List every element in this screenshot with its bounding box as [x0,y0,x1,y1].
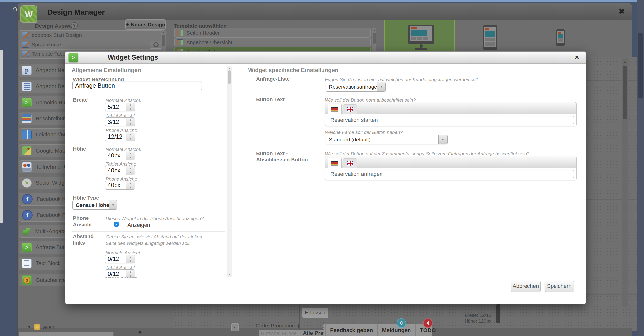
abstand-normal-spinner[interactable]: 0/12 ▲ ▼ [105,255,135,263]
breite-tablet-value[interactable]: 3/12 [105,118,126,126]
page-scrollbar[interactable] [636,0,644,336]
dropdown-arrow-icon[interactable]: ▼ [109,200,117,209]
phone-ansicht-hint: Dieses Widget in der Phone Ansicht anzei… [106,215,204,222]
canvas-right-scrollbar[interactable]: ▲ [622,59,628,307]
design-list-item[interactable]: Sprachkurse [19,40,165,49]
british-flag-icon [346,161,354,166]
anfrage-liste-label: Anfrage-Liste [256,76,290,82]
german-flag-tab[interactable] [328,104,342,114]
new-design-button[interactable]: + Neues Design [126,19,166,30]
english-flag-tab[interactable] [343,159,357,168]
spinner-down-icon[interactable]: ▼ [126,170,134,174]
toolbar-grip-handle[interactable] [323,324,326,336]
tree-dropdown-arrow-icon[interactable]: ▼ [231,323,239,331]
breite-normal-spinner[interactable]: 5/12 ▲ ▼ [105,103,135,111]
abstand-normal-value[interactable]: 0/12 [105,255,126,263]
design-list-item[interactable]: edoobox Start Design [19,30,165,40]
modal-left-scroll-area[interactable]: Allgemeine Einstellungen Widget Bezeichn… [66,51,236,278]
scroll-up-icon[interactable]: ▲ [372,29,376,32]
cubes-icon [22,227,31,236]
german-flag-icon [331,107,338,112]
breite-phone-spinner[interactable]: 12/12 ▲ ▼ [105,132,135,141]
button-text-input[interactable] [328,116,574,124]
design-settings-button[interactable] [150,41,162,48]
scrollbar-thumb[interactable] [162,35,165,46]
expand-arrow-icon[interactable]: ▶ [138,329,142,335]
spinner-down-icon[interactable]: ▼ [126,107,134,111]
scroll-up-icon[interactable]: ▲ [161,31,166,34]
dropdown-arrow-icon[interactable]: ▼ [438,135,448,144]
scrollbar-thumb[interactable] [623,66,627,119]
spinner-up-icon[interactable]: ▲ [126,151,134,156]
cancel-button[interactable]: Abbrechen [511,281,541,292]
hoehe-phone-spinner[interactable]: 40px ▲ ▼ [105,181,135,190]
facebook-icon: f [22,194,33,204]
modal-green-chevron-icon: > [68,53,78,62]
modal-close-icon[interactable]: × [575,53,579,61]
spinner-down-icon[interactable]: ▼ [126,156,134,160]
scrollbar-thumb[interactable] [372,33,376,44]
english-flag-tab[interactable] [343,105,357,114]
modal-left-scrollbar[interactable]: ▲ ▼ [227,66,232,277]
bottom-scrollbar[interactable] [19,332,114,336]
spinner-up-icon[interactable]: ▲ [126,103,134,107]
scrollbar-thumb[interactable] [228,70,230,84]
template-icon [177,39,184,45]
map-pin-icon [27,148,30,150]
canvas-scrollbar-thumb[interactable] [496,304,500,323]
tree-item-wien[interactable]: Wien [42,324,54,330]
help-icon[interactable]: ? [71,22,78,29]
meldungen-button[interactable]: Meldungen [377,324,415,336]
home-icon[interactable]: ⌂ [12,4,17,13]
farbe-dropdown[interactable]: Standard (default) ▼ [326,135,448,144]
window-close-icon[interactable]: ✖ [619,7,625,15]
spinner-up-icon[interactable]: ▲ [126,166,134,170]
template-list-item[interactable]: Angebote Übersicht [174,38,370,47]
spinner-up-icon[interactable]: ▲ [126,255,134,259]
dropdown-arrow-icon[interactable]: ▼ [377,82,386,91]
scroll-down-icon[interactable]: ▼ [227,273,232,276]
hoehe-tablet-spinner[interactable]: 40px ▲ ▼ [105,166,135,175]
german-flag-tab[interactable] [328,158,342,168]
design-item-label: Template Tabelle [32,51,71,57]
spinner-up-icon[interactable]: ▲ [126,181,134,185]
divider [254,94,576,94]
page-left-strip [0,49,3,223]
breite-phone-value[interactable]: 12/12 [105,133,126,141]
feedback-button[interactable]: Feedback geben [326,324,377,336]
scroll-up-icon[interactable]: ▲ [227,67,232,70]
preview-tablet-tile[interactable] [455,19,525,55]
hoehe-phone-value[interactable]: 40px [105,181,126,189]
dollar-icon: $ [23,277,30,284]
anzeigen-checkbox[interactable]: ✓ [114,222,119,227]
save-button[interactable]: Speichern [544,281,574,292]
page-scrollbar-thumb[interactable] [638,33,643,98]
hoehe-normal-spinner[interactable]: 40px ▲ ▼ [105,151,135,160]
breite-normal-value[interactable]: 5/12 [105,103,126,111]
hoehe-normal-value[interactable]: 40px [105,151,126,160]
desktop-preview-icon [408,24,434,44]
spinner-buttons: ▲ ▼ [126,255,134,263]
scroll-up-icon[interactable]: ▲ [622,60,628,63]
language-tab-strip [325,156,576,168]
spinner-down-icon[interactable]: ▼ [126,259,134,263]
erfassen-button[interactable]: Erfassen [302,308,328,318]
anfrage-liste-dropdown[interactable]: Reservationsanfrage ▼ [326,82,386,92]
plus-icon: + [126,21,129,27]
spinner-up-icon[interactable]: ▲ [126,118,134,122]
phone-ansicht-label: Phone Ansicht [73,215,98,228]
spinner-up-icon[interactable]: ▲ [126,133,134,137]
spinner-down-icon[interactable]: ▼ [126,185,134,189]
hoehe-type-dropdown[interactable]: Genaue Höhe ▼ [72,200,117,210]
hoehe-tablet-value[interactable]: 40px [105,166,126,174]
spinner-down-icon[interactable]: ▼ [126,122,134,126]
widget-name-input[interactable] [72,81,202,90]
template-list-item[interactable]: Seiten Header [174,28,370,38]
spinner-buttons: ▲ ▼ [126,133,134,141]
breite-tablet-spinner[interactable]: 3/12 ▲ ▼ [105,117,135,126]
spinner-down-icon[interactable]: ▼ [126,137,134,141]
spinner-up-icon[interactable]: ▲ [126,270,134,274]
preview-phone-tile[interactable] [525,19,596,55]
abschliessen-text-input[interactable] [328,170,574,178]
preview-desktop-tile[interactable] [384,19,454,56]
